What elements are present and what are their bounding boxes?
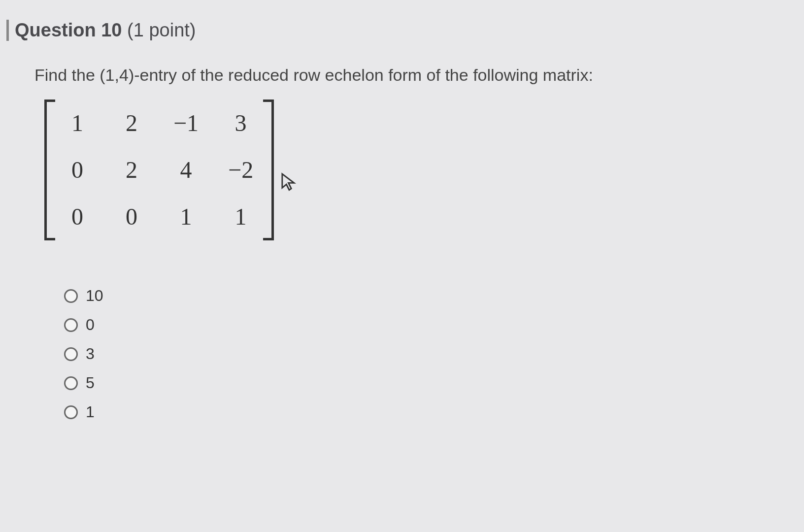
matrix-cell: 2 — [119, 104, 144, 142]
matrix-cell: 1 — [173, 198, 199, 236]
question-prompt: Find the (1,4)-entry of the reduced row … — [34, 66, 789, 85]
matrix-cell: −1 — [173, 104, 199, 142]
option-label: 1 — [86, 403, 95, 421]
option-label: 0 — [86, 316, 95, 334]
matrix-cell: −2 — [228, 151, 253, 189]
radio-icon[interactable] — [64, 376, 78, 390]
answer-option[interactable]: 10 — [64, 287, 789, 305]
matrix-right-bracket — [267, 100, 274, 240]
matrix-cell: 4 — [173, 151, 199, 189]
matrix-left-bracket — [44, 100, 51, 240]
question-label: Question — [15, 20, 101, 40]
answer-option[interactable]: 3 — [64, 345, 789, 363]
option-label: 5 — [86, 374, 95, 392]
radio-icon[interactable] — [64, 405, 78, 419]
matrix-cell: 1 — [65, 104, 90, 142]
option-label: 3 — [86, 345, 95, 363]
matrix-cell: 0 — [65, 198, 90, 236]
question-header: Question 10 (1 point) — [6, 20, 789, 41]
answer-option[interactable]: 1 — [64, 403, 789, 421]
question-points: (1 point) — [122, 20, 196, 40]
matrix-cell: 0 — [119, 198, 144, 236]
option-label: 10 — [86, 287, 103, 305]
question-number: 10 — [101, 20, 122, 40]
radio-icon[interactable] — [64, 289, 78, 303]
matrix: 1 2 −1 3 0 2 4 −2 0 0 1 1 — [44, 100, 274, 240]
matrix-cell: 2 — [119, 151, 144, 189]
matrix-cell: 1 — [228, 198, 253, 236]
matrix-cell: 0 — [65, 151, 90, 189]
radio-icon[interactable] — [64, 347, 78, 361]
cursor-icon — [281, 172, 298, 197]
radio-icon[interactable] — [64, 318, 78, 332]
answer-option[interactable]: 0 — [64, 316, 789, 334]
answer-option[interactable]: 5 — [64, 374, 789, 392]
matrix-cell: 3 — [228, 104, 253, 142]
matrix-grid: 1 2 −1 3 0 2 4 −2 0 0 1 1 — [51, 100, 267, 240]
answer-options: 10 0 3 5 1 — [64, 287, 789, 421]
